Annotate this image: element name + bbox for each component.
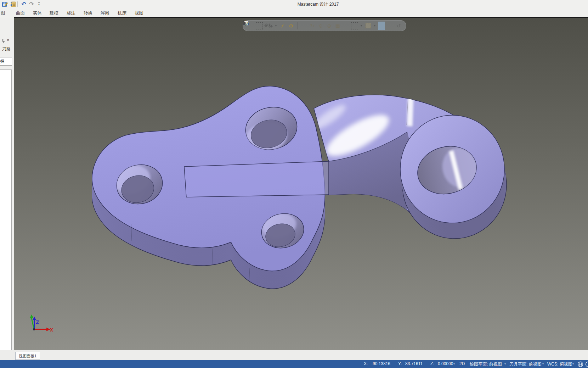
properties-button[interactable] (9, 1, 17, 7)
close-icon: × (7, 37, 10, 43)
globe-icon (577, 361, 583, 367)
viewport-floating-toolbar: 光标 ▾ ⚡ ⚙ ↻ ⊙ ⊕ ▦ ▾ ▾ (243, 20, 406, 31)
model-canvas: Z X (14, 18, 588, 350)
filter-value: 择 (0, 59, 5, 64)
selection-mask-caret[interactable]: ▾ (373, 24, 377, 27)
undo-button[interactable]: ↶ (20, 1, 28, 7)
grid-button[interactable]: ▦ (334, 22, 341, 29)
tab-drafting[interactable]: 标注 (67, 10, 75, 16)
pan-button[interactable]: ⊕ (326, 22, 333, 29)
selection-mask-button[interactable] (364, 22, 372, 29)
tab-sketch-partial[interactable]: 图 (1, 10, 5, 16)
tab-strip-line (39, 352, 588, 352)
y-coord-value[interactable]: 83.71611 (405, 361, 423, 366)
tab-machine[interactable]: 机床 (118, 10, 126, 16)
rotate-cw-button[interactable]: ↻ (309, 22, 316, 29)
tab-solids[interactable]: 实体 (33, 10, 42, 16)
select-entities-button[interactable] (351, 22, 358, 29)
tplane-selector[interactable]: 刀具平面: 前视图 (509, 361, 542, 367)
save-button[interactable] (1, 1, 9, 7)
x-coord-label: X: (364, 361, 368, 366)
y-axis-arrow (30, 314, 33, 318)
chain-links-icon (378, 22, 385, 30)
rotate-ccw-button[interactable]: ↺ (395, 22, 402, 29)
circle-icon (585, 361, 588, 367)
3d-model[interactable] (92, 86, 507, 289)
title-bar: ↶ ↷ ▾ Mastercam 设计 2017 (0, 0, 588, 9)
toolpaths-panel: × 刀路 择 (0, 18, 14, 360)
z-coord-value[interactable]: 0.00000 (438, 361, 453, 366)
x-coord-value[interactable]: -90.13816 (371, 361, 390, 366)
status-bar: X: -90.13816 Y: 83.71611 Z: 0.00000 ▾ 2D… (0, 360, 588, 368)
view-sheet-tab[interactable]: 视图面板1 (15, 352, 40, 360)
graphics-viewport[interactable]: Z X 光标 ▾ ⚡ ⚙ ↻ ⊙ ⊕ ▦ (14, 18, 588, 350)
pick-arrow-button[interactable] (403, 22, 411, 29)
panel-title: 刀路 (2, 46, 11, 52)
orbit-button[interactable]: ⊙ (317, 22, 324, 29)
properties-icon (10, 1, 16, 7)
mode-indicator[interactable]: 2D (459, 361, 465, 366)
autohide-pin-button[interactable] (1, 39, 6, 43)
redo-icon: ↷ (29, 1, 34, 7)
y-coord-label: Y: (398, 361, 402, 366)
toolbar-separator (297, 22, 298, 29)
panel-filter-combo[interactable]: 择 (0, 57, 12, 66)
tab-transform[interactable]: 转换 (84, 10, 92, 16)
settings-button[interactable]: ⚙ (288, 22, 295, 29)
cursor-mode-caret[interactable]: ▾ (274, 24, 278, 27)
tab-view[interactable]: 视图 (135, 10, 143, 16)
redo-button[interactable]: ↷ (28, 1, 35, 7)
axis-gnomon: Z X (30, 314, 53, 333)
x-axis-label: X (50, 327, 53, 333)
arrow-cursor-icon (243, 21, 247, 26)
select-arrow-button[interactable] (300, 22, 307, 29)
model-arm-tongue (184, 161, 329, 197)
view-sheet-tab-strip: 视图面板1 (0, 350, 588, 360)
cursor-mode-label: 光标 (264, 23, 273, 29)
isometric-view-button[interactable] (343, 22, 350, 29)
window-title: Mastercam 设计 2017 (298, 1, 339, 7)
z-axis-label: Z (36, 319, 39, 325)
select-entities-caret[interactable]: ▾ (360, 24, 363, 27)
z-coord-label: Z: (430, 361, 434, 366)
undo-icon: ↶ (21, 1, 26, 7)
quick-access-toolbar (1, 1, 17, 7)
quick-mask-button[interactable]: ⚡ (279, 22, 286, 29)
wcs-caret-icon[interactable]: ▾ (572, 362, 574, 366)
z-caret-icon[interactable]: ▾ (453, 362, 455, 366)
cplane-selector[interactable]: 绘图平面: 前视图 (470, 361, 502, 367)
tab-surfaces[interactable]: 曲面 (16, 10, 25, 16)
tab-model[interactable]: 建模 (50, 10, 58, 16)
gnomon-origin (33, 328, 35, 330)
panel-close-button[interactable]: × (7, 38, 10, 43)
wcs-globe-button[interactable] (577, 361, 583, 367)
qat-separator (17, 1, 18, 7)
chevron-down-icon: ▾ (38, 3, 40, 6)
wcs-selector[interactable]: WCS: 俯视图 (547, 361, 572, 367)
validate-selection-button[interactable] (386, 22, 394, 29)
section-view-button[interactable] (585, 361, 588, 367)
save-icon (2, 1, 8, 7)
cplane-caret-icon[interactable]: ▾ (504, 362, 506, 366)
ribbon-tab-row: 图 曲面 实体 建模 标注 转换 浮雕 机床 视图 (0, 9, 588, 18)
customize-qat-button[interactable]: ▾ (38, 2, 40, 6)
chain-select-button[interactable] (378, 22, 385, 29)
toolpaths-list[interactable] (0, 69, 12, 366)
cursor-select-button[interactable] (256, 22, 263, 29)
tplane-caret-icon[interactable]: ▾ (542, 362, 544, 366)
tab-art[interactable]: 浮雕 (101, 10, 109, 16)
dotted-region-icon (366, 23, 371, 28)
